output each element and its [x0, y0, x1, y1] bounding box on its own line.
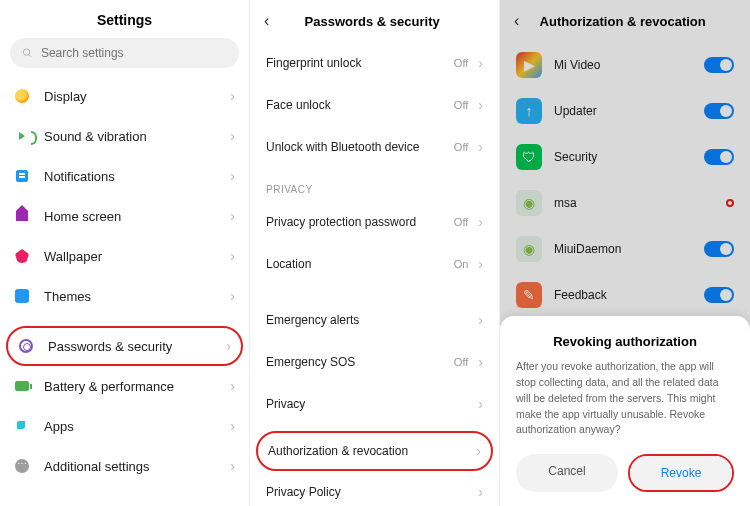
chevron-right-icon: ›	[478, 139, 483, 155]
item-bluetooth-unlock[interactable]: Unlock with Bluetooth device Off ›	[250, 126, 499, 168]
item-location[interactable]: Location On ›	[250, 243, 499, 285]
chevron-right-icon: ›	[230, 458, 235, 474]
page-title: Passwords & security	[259, 14, 485, 29]
chevron-right-icon: ›	[478, 256, 483, 272]
chevron-right-icon: ›	[476, 443, 481, 459]
item-label: Privacy Policy	[266, 485, 468, 499]
chevron-right-icon: ›	[230, 288, 235, 304]
highlight-authorization: Authorization & revocation ›	[256, 431, 493, 471]
battery-icon	[14, 378, 30, 394]
item-label: Fingerprint unlock	[266, 56, 444, 70]
item-label: Face unlock	[266, 98, 444, 112]
notifications-icon	[14, 168, 30, 184]
highlight-revoke: Revoke	[628, 454, 734, 492]
cancel-button[interactable]: Cancel	[516, 454, 618, 492]
settings-item-home[interactable]: Home screen ›	[0, 196, 249, 236]
item-authorization-revocation[interactable]: Authorization & revocation ›	[258, 433, 491, 469]
status-text: Off	[454, 57, 468, 69]
chevron-right-icon: ›	[230, 418, 235, 434]
header: ‹ Passwords & security	[250, 0, 499, 42]
item-label: Notifications	[44, 169, 216, 184]
search-input[interactable]	[41, 46, 227, 60]
status-text: Off	[454, 99, 468, 111]
item-fingerprint-unlock[interactable]: Fingerprint unlock Off ›	[250, 42, 499, 84]
home-icon	[14, 208, 30, 224]
item-face-unlock[interactable]: Face unlock Off ›	[250, 84, 499, 126]
chevron-right-icon: ›	[230, 248, 235, 264]
chevron-right-icon: ›	[478, 396, 483, 412]
more-icon	[14, 458, 30, 474]
apps-icon	[14, 418, 30, 434]
chevron-right-icon: ›	[478, 214, 483, 230]
chevron-right-icon: ›	[478, 55, 483, 71]
item-label: Privacy protection password	[266, 215, 444, 229]
settings-item-themes[interactable]: Themes ›	[0, 276, 249, 316]
search-field[interactable]	[10, 38, 239, 68]
display-icon	[14, 88, 30, 104]
item-label: Location	[266, 257, 444, 271]
search-icon	[22, 47, 33, 59]
themes-icon	[14, 288, 30, 304]
wallpaper-icon	[14, 248, 30, 264]
chevron-right-icon: ›	[478, 354, 483, 370]
settings-item-wellbeing[interactable]: Digital Wellbeing ›	[0, 496, 249, 506]
item-label: Emergency SOS	[266, 355, 444, 369]
section-privacy: PRIVACY	[250, 168, 499, 201]
svg-point-0	[23, 49, 29, 55]
passwords-security-panel: ‹ Passwords & security Fingerprint unloc…	[250, 0, 500, 506]
item-label: Emergency alerts	[266, 313, 468, 327]
settings-item-notifications[interactable]: Notifications ›	[0, 156, 249, 196]
item-privacy-policy[interactable]: Privacy Policy ›	[250, 471, 499, 506]
item-privacy[interactable]: Privacy ›	[250, 383, 499, 425]
svg-line-1	[29, 54, 31, 56]
item-label: Battery & performance	[44, 379, 216, 394]
chevron-right-icon: ›	[230, 378, 235, 394]
status-text: On	[454, 258, 469, 270]
authorization-panel: ‹ Authorization & revocation ▶ Mi Video …	[500, 0, 750, 506]
chevron-right-icon: ›	[478, 312, 483, 328]
chevron-right-icon: ›	[230, 128, 235, 144]
item-label: Apps	[44, 419, 216, 434]
item-label: Privacy	[266, 397, 468, 411]
item-label: Sound & vibration	[44, 129, 216, 144]
status-text: Off	[454, 141, 468, 153]
sound-icon	[14, 128, 30, 144]
item-label: Unlock with Bluetooth device	[266, 140, 444, 154]
settings-item-display[interactable]: Display ›	[0, 76, 249, 116]
status-text: Off	[454, 356, 468, 368]
dialog-body: After you revoke authorization, the app …	[516, 359, 734, 438]
settings-item-battery[interactable]: Battery & performance ›	[0, 366, 249, 406]
revoke-dialog: Revoking authorization After you revoke …	[500, 316, 750, 506]
settings-panel: Settings Display › Sound & vibration › N…	[0, 0, 250, 506]
item-label: Additional settings	[44, 459, 216, 474]
chevron-right-icon: ›	[478, 484, 483, 500]
item-label: Themes	[44, 289, 216, 304]
item-privacy-password[interactable]: Privacy protection password Off ›	[250, 201, 499, 243]
page-title: Settings	[0, 0, 249, 38]
chevron-right-icon: ›	[478, 97, 483, 113]
revoke-button[interactable]: Revoke	[630, 456, 732, 490]
item-label: Display	[44, 89, 216, 104]
highlight-passwords-security: Passwords & security ›	[6, 326, 243, 366]
chevron-right-icon: ›	[230, 208, 235, 224]
dialog-title: Revoking authorization	[516, 334, 734, 349]
item-emergency-alerts[interactable]: Emergency alerts ›	[250, 299, 499, 341]
settings-item-additional[interactable]: Additional settings ›	[0, 446, 249, 486]
status-text: Off	[454, 216, 468, 228]
settings-item-wallpaper[interactable]: Wallpaper ›	[0, 236, 249, 276]
item-label: Passwords & security	[48, 339, 212, 354]
item-emergency-sos[interactable]: Emergency SOS Off ›	[250, 341, 499, 383]
settings-item-passwords[interactable]: Passwords & security ›	[8, 328, 241, 364]
chevron-right-icon: ›	[230, 168, 235, 184]
chevron-right-icon: ›	[226, 338, 231, 354]
item-label: Wallpaper	[44, 249, 216, 264]
fingerprint-icon	[18, 338, 34, 354]
item-label: Home screen	[44, 209, 216, 224]
settings-item-apps[interactable]: Apps ›	[0, 406, 249, 446]
settings-item-sound[interactable]: Sound & vibration ›	[0, 116, 249, 156]
chevron-right-icon: ›	[230, 88, 235, 104]
item-label: Authorization & revocation	[268, 444, 466, 458]
dialog-actions: Cancel Revoke	[516, 454, 734, 492]
